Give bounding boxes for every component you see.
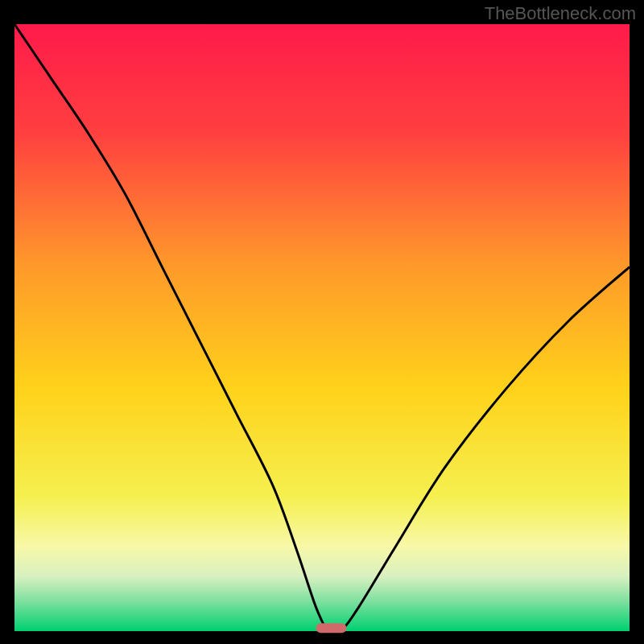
watermark-text: TheBottleneck.com <box>485 3 636 24</box>
chart-svg <box>0 0 644 644</box>
optimal-marker <box>316 623 346 633</box>
chart-container: TheBottleneck.com <box>0 0 644 644</box>
plot-background <box>14 24 630 631</box>
